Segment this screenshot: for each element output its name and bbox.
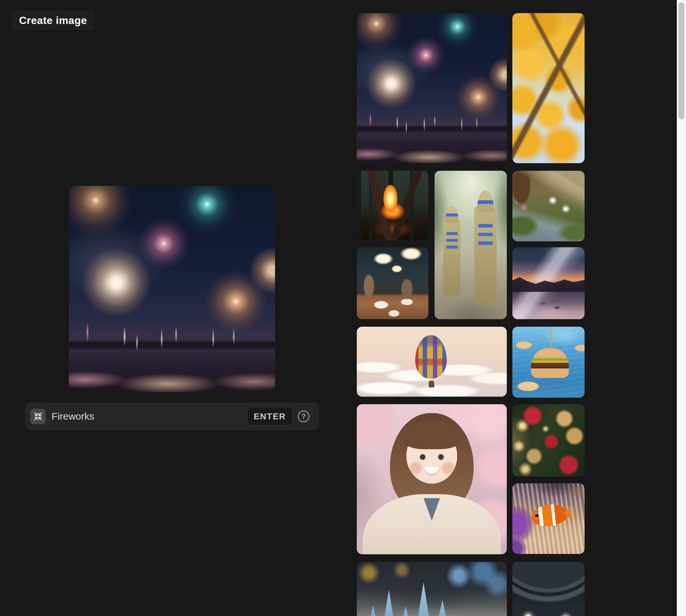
mountain-silhouette xyxy=(512,273,585,292)
girl-face-shape xyxy=(406,428,457,484)
compress-arrows-icon xyxy=(33,412,43,421)
gallery-item-stadium[interactable] xyxy=(512,562,585,616)
create-image-screen: Create image Fireworks ENTER ? xyxy=(0,0,686,616)
gallery-item-hot-air-balloon[interactable] xyxy=(357,327,507,397)
generated-preview-image xyxy=(69,186,275,392)
clownfish-shape xyxy=(530,503,568,528)
scrollbar[interactable] xyxy=(677,0,686,616)
gallery-item-christmas-tree[interactable] xyxy=(512,404,585,477)
prompt-input[interactable]: Fireworks xyxy=(51,411,242,422)
gallery-item-alien-diner[interactable] xyxy=(357,247,428,319)
enter-button[interactable]: ENTER xyxy=(248,408,292,425)
page-title-label: Create image xyxy=(19,15,87,27)
gallery-item-girl-blossoms[interactable] xyxy=(357,404,507,554)
scrollbar-thumb[interactable] xyxy=(679,2,684,119)
gallery-item-dragon[interactable] xyxy=(357,562,507,616)
compress-icon-button[interactable] xyxy=(30,409,46,424)
gallery-item-campfire[interactable] xyxy=(357,171,428,240)
gallery-item-autumn-leaves[interactable] xyxy=(512,13,585,163)
dragon-spikes-shape xyxy=(366,578,471,616)
page-title: Create image xyxy=(12,11,94,30)
robot-figure xyxy=(474,206,497,304)
prompt-bar: Fireworks ENTER ? xyxy=(25,402,319,430)
gallery-item-clownfish[interactable] xyxy=(512,483,585,554)
girl-hoodie-shape xyxy=(363,494,501,554)
gallery-item-milky-way[interactable] xyxy=(512,247,585,319)
gallery-item-floating-burger[interactable] xyxy=(512,327,585,398)
burger-shape xyxy=(531,348,569,378)
gallery-item-fairies[interactable] xyxy=(512,171,585,241)
help-icon[interactable]: ? xyxy=(298,411,310,422)
robot-figure xyxy=(443,218,460,295)
balloon-shape xyxy=(415,335,447,379)
gallery-item-robots[interactable] xyxy=(435,171,507,319)
example-gallery xyxy=(357,13,585,616)
gallery-item-fireworks[interactable] xyxy=(357,13,507,163)
